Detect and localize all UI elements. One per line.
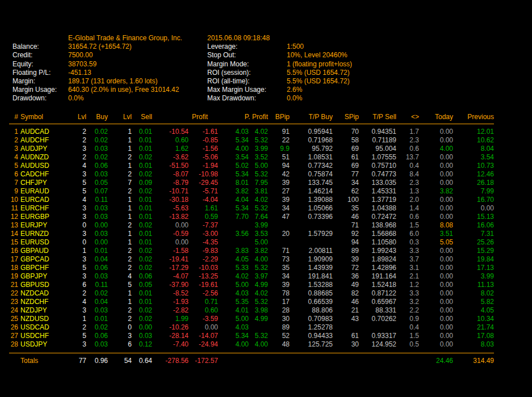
- cell-spread: 3.7: [396, 255, 419, 264]
- cell-spip: 36: [333, 272, 359, 281]
- cell-tp-buy: [290, 221, 333, 230]
- cell-spip: 77: [333, 170, 359, 179]
- cell-today: 0.00: [419, 213, 453, 221]
- table-row: 13EURJPY00.0020.020.00-7.373.9971138.968…: [9, 221, 494, 230]
- cell-sell-lots: 0.02: [132, 315, 152, 323]
- cell-pprofit-buy: 8.01: [218, 179, 249, 187]
- account-label: Leverage:: [207, 43, 287, 51]
- cell-lvl-sell: 2: [108, 221, 132, 230]
- account-value: 0.0%: [287, 94, 463, 103]
- cell-symbol: USDJPY: [18, 340, 58, 353]
- table-row: 11EURCHF30.0310.01-5.631.615.345.32341.0…: [9, 204, 494, 213]
- table-row: 19GBPJPY30.0340.06-4.07-13.254.023.97341…: [9, 272, 494, 281]
- cell-sell-lots: 0.01: [132, 145, 152, 153]
- cell-tp-sell: 0.65967: [359, 298, 396, 306]
- account-value: 31654.72 (+1654.72): [68, 43, 207, 51]
- account-value: 189.17 (131 orders, 1.60 lots): [68, 77, 207, 86]
- cell-pprofit-buy: 5.34: [218, 332, 249, 340]
- cell-previous: 8.04: [453, 145, 494, 153]
- cell-lvl-sell: 1: [108, 238, 132, 247]
- cell-tp-buy: 0.66539: [290, 298, 333, 306]
- positions-table: #SymbolLvlBuyLvlSellProfitP. ProfitBPipT…: [9, 113, 494, 365]
- column-header-p-profit: P. Profit: [218, 113, 268, 124]
- cell-buy-lots: 0.03: [86, 230, 108, 238]
- cell-profit-sell: -13.25: [188, 272, 218, 281]
- cell-today: 0.00: [419, 153, 453, 162]
- cell-pprofit-buy: 3.54: [218, 153, 249, 162]
- cell-previous: 3.54: [453, 153, 494, 162]
- cell-spread: 1.4: [396, 204, 419, 213]
- cell-tp-sell: 1.56868: [359, 230, 396, 238]
- cell-lvl-sell: 1: [108, 124, 132, 137]
- cell-spread: 2.1: [396, 272, 419, 281]
- cell-tp-sell: 133.035: [359, 179, 396, 187]
- cell-lvl-buy: 0: [58, 221, 86, 230]
- column-header-bpip: BPip: [268, 113, 290, 124]
- table-row: 28USDJPY30.0360.12-7.40-24.944.004.00481…: [9, 340, 494, 353]
- cell-today: 0.00: [419, 204, 453, 213]
- cell-profit-sell: -3.00: [188, 230, 218, 238]
- cell-lvl-buy: 5: [58, 179, 86, 187]
- cell-spip: 61: [333, 332, 359, 340]
- cell-profit-buy: -4.07: [152, 272, 188, 281]
- cell-profit-buy: -10.54: [152, 124, 188, 137]
- account-value: 5.5% (USD 1654.72): [287, 77, 463, 86]
- cell-pprofit-buy: 4.00: [218, 145, 249, 153]
- cell-spip: 46: [333, 298, 359, 306]
- cell-profit-sell: -1.56: [188, 145, 218, 153]
- cell-previous: 3.99: [453, 272, 494, 281]
- cell-pprofit-sell: 4.00: [249, 255, 268, 264]
- cell-profit-sell: -29.45: [188, 179, 218, 187]
- cell-symbol: EURAUD: [18, 187, 58, 196]
- cell-tp-buy: 1.05066: [290, 204, 333, 213]
- cell-spip: 58: [333, 136, 359, 145]
- cell-tp-buy: 125.725: [290, 340, 333, 353]
- table-row: 22NZDCAD20.0210.01-8.52-2.564.034.02780.…: [9, 289, 494, 298]
- cell-pprofit-buy: 4.01: [218, 306, 249, 315]
- cell-tp-sell: 0.72472: [359, 213, 396, 221]
- cell-lvl-buy: 3: [58, 255, 86, 264]
- cell-lvl-buy: 3: [58, 170, 86, 179]
- cell-pprofit-buy: 5.00: [218, 281, 249, 289]
- cell-buy-lots: 0.03: [86, 306, 108, 315]
- cell-symbol: GBPUSD: [18, 281, 58, 289]
- cell-previous: 10.34: [453, 315, 494, 323]
- cell-tp-buy: 1.08531: [290, 153, 333, 162]
- cell-num: 22: [9, 289, 18, 298]
- cell-num: 3: [9, 145, 18, 153]
- cell-buy-lots: 0.06: [86, 162, 108, 170]
- cell-symbol: GBPCAD: [18, 255, 58, 264]
- cell-tp-buy: 2.00811: [290, 247, 333, 255]
- cell-profit-buy: -2.82: [152, 306, 188, 315]
- cell-previous: 25.26: [453, 238, 494, 247]
- cell-previous: 8.02: [453, 289, 494, 298]
- cell-buy-lots: 0.06: [86, 264, 108, 272]
- cell-spread: 0.4: [396, 162, 419, 170]
- cell-spip: [333, 323, 359, 332]
- cell-profit-sell: -19.61: [188, 281, 218, 289]
- table-row: 23NZDCHF40.0410.01-1.930.715.355.32170.6…: [9, 298, 494, 306]
- cell-buy-lots: 0.01: [86, 315, 108, 323]
- cell-symbol: AUDCHF: [18, 136, 58, 145]
- cell-bpip: 71: [268, 247, 290, 255]
- cell-profit-buy: -30.18: [152, 196, 188, 204]
- cell-sell-lots: 0.02: [132, 247, 152, 255]
- cell-lvl-sell: 1: [108, 298, 132, 306]
- cell-num: 28: [9, 340, 18, 353]
- cell-profit-sell: -5.06: [188, 153, 218, 162]
- broker-name: E-Global Trade & Finance Group, Inc.: [68, 34, 207, 43]
- table-row: 25NZDUSD10.0120.021.99-3.595.004.99300.7…: [9, 315, 494, 323]
- cell-num: 23: [9, 298, 18, 306]
- cell-spread: 1.5: [396, 221, 419, 230]
- cell-buy-lots: 0.06: [86, 332, 108, 340]
- cell-lvl-buy: 2: [58, 136, 86, 145]
- cell-spip: 94: [333, 238, 359, 247]
- cell-tp-sell: 1.89824: [359, 255, 396, 264]
- cell-previous: 10.73: [453, 162, 494, 170]
- column-header-lvl-buy: Lvl: [58, 113, 86, 124]
- cell-lvl-sell: 1: [108, 196, 132, 204]
- cell-spread: 0.3: [396, 238, 419, 247]
- cell-lvl-buy: 2: [58, 124, 86, 137]
- cell-symbol: AUDNZD: [18, 153, 58, 162]
- cell-profit-buy: -278.56: [152, 353, 188, 366]
